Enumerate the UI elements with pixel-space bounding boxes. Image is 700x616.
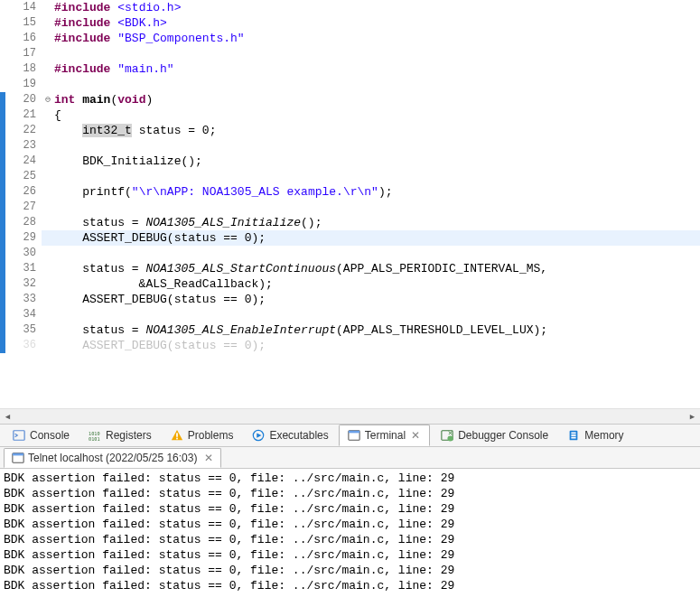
- code-text: ASSERT_DEBUG(status == 0);: [54, 292, 700, 307]
- code-line-34[interactable]: 34: [0, 307, 700, 322]
- terminal-line: BDK assertion failed: status == 0, file:…: [4, 578, 696, 593]
- line-number: 25: [5, 169, 42, 184]
- code-text: #include "main.h": [54, 61, 700, 77]
- registers-tab[interactable]: 10100101Registers: [79, 425, 160, 446]
- code-line-15[interactable]: 15#include <BDK.h>: [0, 15, 700, 31]
- code-line-28[interactable]: 28 status = NOA1305_ALS_Initialize();: [0, 215, 700, 230]
- line-number: 34: [5, 307, 42, 322]
- code-line-17[interactable]: 17: [0, 46, 700, 61]
- code-text: status = NOA1305_ALS_Initialize();: [54, 215, 700, 230]
- code-line-36[interactable]: 36 ASSERT_DEBUG(status == 0);: [0, 338, 700, 353]
- code-text: status = NOA1305_ALS_StartContinuous(APP…: [54, 261, 700, 276]
- line-number: 17: [5, 46, 42, 61]
- fold-toggle: [42, 169, 54, 184]
- code-text: [54, 200, 700, 215]
- fold-toggle: [42, 200, 54, 215]
- editor-horizontal-scrollbar[interactable]: ◀ ▶: [0, 408, 700, 424]
- problems-icon: [170, 428, 184, 443]
- code-text: int main(void): [54, 92, 700, 107]
- code-line-26[interactable]: 26 printf("\r\nAPP: NOA1305_ALS example.…: [0, 184, 700, 200]
- line-number: 16: [5, 31, 42, 46]
- memory-tab[interactable]: Memory: [558, 425, 631, 446]
- line-number: 22: [5, 123, 42, 138]
- terminal-tab[interactable]: Terminal✕: [339, 425, 430, 446]
- terminal-line: BDK assertion failed: status == 0, file:…: [4, 563, 696, 578]
- fold-toggle: [42, 77, 54, 92]
- tab-label: Executables: [269, 429, 328, 442]
- terminal-session-tab[interactable]: Telnet localhost (2022/05/25 16:03) ✕: [4, 448, 221, 468]
- code-text: #include <stdio.h>: [54, 0, 700, 15]
- svg-rect-11: [572, 433, 576, 434]
- fold-toggle: [42, 31, 54, 46]
- code-line-31[interactable]: 31 status = NOA1305_ALS_StartContinuous(…: [0, 261, 700, 276]
- fold-toggle: [42, 261, 54, 276]
- code-line-16[interactable]: 16#include "BSP_Components.h": [0, 31, 700, 46]
- code-text: [54, 307, 700, 322]
- terminal-line: BDK assertion failed: status == 0, file:…: [4, 501, 696, 517]
- tab-label: Problems: [188, 429, 234, 442]
- code-line-24[interactable]: 24 BDK_Initialize();: [0, 154, 700, 169]
- code-text: [54, 46, 700, 61]
- console-icon: [12, 428, 26, 443]
- tab-label: Registers: [106, 429, 152, 442]
- code-line-19[interactable]: 19: [0, 77, 700, 92]
- terminal-line: BDK assertion failed: status == 0, file:…: [4, 517, 696, 532]
- fold-toggle: [42, 307, 54, 322]
- fold-toggle: [42, 15, 54, 31]
- problems-tab[interactable]: Problems: [162, 425, 242, 446]
- debugger-console-tab[interactable]: Debugger Console: [432, 425, 556, 446]
- code-line-27[interactable]: 27: [0, 200, 700, 215]
- fold-toggle[interactable]: ⊖: [42, 92, 54, 107]
- svg-rect-13: [572, 437, 576, 439]
- line-number: 29: [5, 230, 42, 246]
- code-line-22[interactable]: 22 int32_t status = 0;: [0, 123, 700, 138]
- fold-toggle: [42, 46, 54, 61]
- terminal-line: BDK assertion failed: status == 0, file:…: [4, 547, 696, 563]
- memory-icon: [566, 428, 581, 443]
- fold-toggle: [42, 138, 54, 154]
- terminal-line: BDK assertion failed: status == 0, file:…: [4, 471, 696, 486]
- svg-point-9: [448, 435, 453, 441]
- code-line-30[interactable]: 30: [0, 246, 700, 261]
- svg-rect-4: [176, 438, 178, 440]
- terminal-line: BDK assertion failed: status == 0, file:…: [4, 532, 696, 547]
- executables-tab[interactable]: Executables: [243, 425, 336, 446]
- line-number: 14: [5, 0, 42, 15]
- tab-label: Console: [30, 429, 70, 442]
- fold-toggle: [42, 0, 54, 15]
- close-icon[interactable]: ✕: [409, 429, 422, 442]
- code-line-32[interactable]: 32 &ALS_ReadCallback);: [0, 276, 700, 292]
- svg-rect-15: [13, 453, 23, 455]
- code-line-18[interactable]: 18#include "main.h": [0, 61, 700, 77]
- fold-toggle: [42, 184, 54, 200]
- code-line-21[interactable]: 21{: [0, 107, 700, 123]
- terminal-output[interactable]: BDK assertion failed: status == 0, file:…: [0, 469, 700, 616]
- code-line-23[interactable]: 23: [0, 138, 700, 154]
- code-text: {: [54, 107, 700, 123]
- code-line-35[interactable]: 35 status = NOA1305_ALS_EnableInterrupt(…: [0, 322, 700, 338]
- terminal-sub-tab-bar: Telnet localhost (2022/05/25 16:03) ✕: [0, 447, 700, 469]
- code-text: status = NOA1305_ALS_EnableInterrupt(APP…: [54, 322, 700, 338]
- code-line-20[interactable]: 20⊖int main(void): [0, 92, 700, 107]
- svg-text:1010: 1010: [89, 431, 100, 436]
- code-text: [54, 169, 700, 184]
- tab-label: Debugger Console: [458, 429, 548, 442]
- terminal-icon: [12, 452, 24, 464]
- terminal-session-label: Telnet localhost (2022/05/25 16:03): [28, 452, 197, 464]
- code-text: [54, 246, 700, 261]
- code-line-25[interactable]: 25: [0, 169, 700, 184]
- code-line-14[interactable]: 14#include <stdio.h>: [0, 0, 700, 15]
- code-editor[interactable]: 14#include <stdio.h>15#include <BDK.h>16…: [0, 0, 700, 408]
- close-icon[interactable]: ✕: [201, 452, 213, 464]
- console-tab[interactable]: Console: [4, 425, 78, 446]
- line-number: 35: [5, 322, 42, 338]
- code-text: ASSERT_DEBUG(status == 0);: [54, 338, 700, 353]
- code-line-29[interactable]: 29 ASSERT_DEBUG(status == 0);: [0, 230, 700, 246]
- line-number: 19: [5, 77, 42, 92]
- fold-toggle: [42, 292, 54, 307]
- scroll-right-icon[interactable]: ▶: [685, 409, 700, 425]
- svg-rect-7: [349, 431, 359, 434]
- scroll-left-icon[interactable]: ◀: [0, 409, 15, 425]
- fold-toggle: [42, 276, 54, 292]
- code-line-33[interactable]: 33 ASSERT_DEBUG(status == 0);: [0, 292, 700, 307]
